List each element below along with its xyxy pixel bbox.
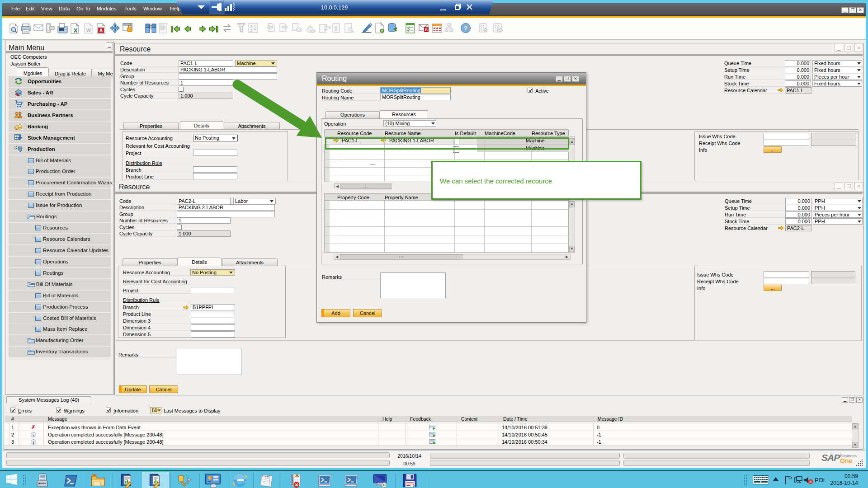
svg-text:A: A — [99, 28, 103, 33]
svg-text:$: $ — [335, 25, 337, 30]
svg-text:64·: 64· — [413, 484, 417, 487]
svg-text:W: W — [86, 28, 91, 33]
svg-text:A: A — [250, 24, 253, 28]
svg-text:Z: Z — [250, 28, 253, 33]
svg-text:?: ? — [464, 25, 467, 32]
svg-text:10.0.0.129: 10.0.0.129 — [321, 5, 348, 11]
svg-text:X: X — [74, 27, 78, 34]
svg-text:S: S — [425, 28, 428, 32]
